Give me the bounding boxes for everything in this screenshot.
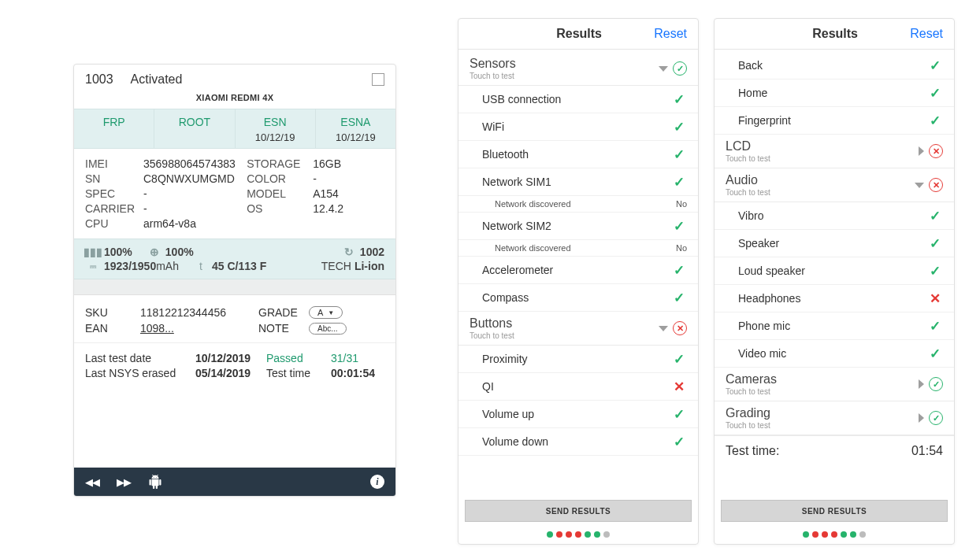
section-header[interactable]: CamerasTouch to test ✓ xyxy=(715,368,954,401)
test-item[interactable]: QI✕ xyxy=(458,373,698,401)
check-icon: ✓ xyxy=(671,351,687,367)
esn-cell[interactable]: ESN10/12/19 xyxy=(236,109,316,148)
test-item[interactable]: Fingerprint✓ xyxy=(715,107,954,135)
cpu-value: arm64-v8a xyxy=(143,217,247,230)
cross-icon: ✕ xyxy=(671,379,687,394)
page-dot[interactable] xyxy=(575,531,581,538)
page-dots xyxy=(458,531,698,538)
section-header[interactable]: LCDTouch to test ✕ xyxy=(715,135,954,168)
results-panel-2: Results Reset Back✓Home✓Fingerprint✓ LCD… xyxy=(714,18,955,545)
page-dot[interactable] xyxy=(831,531,837,538)
battery-temp: 45 C/113 F xyxy=(212,260,266,272)
info-button[interactable]: i xyxy=(370,475,384,489)
testtime-value: 00:01:54 xyxy=(331,367,375,379)
page-dot[interactable] xyxy=(841,531,847,538)
results-list[interactable]: SensorsTouch to test ✓ USB connection✓Wi… xyxy=(458,52,698,495)
testtime-label: Test time xyxy=(266,367,331,379)
section-header[interactable]: AudioTouch to test ✕ xyxy=(715,168,954,202)
test-item[interactable]: Network SIM2✓ xyxy=(458,213,698,240)
page-dot[interactable] xyxy=(850,531,856,538)
battery-icon: ▮▮▮ xyxy=(85,246,101,258)
page-dots xyxy=(715,531,954,538)
android-button[interactable] xyxy=(148,475,162,489)
storage-value: 16GB xyxy=(313,157,341,170)
ean-value[interactable]: 1098... xyxy=(140,322,258,335)
test-item[interactable]: Speaker✓ xyxy=(715,230,954,257)
grade-select[interactable]: A▼ xyxy=(309,306,343,319)
footer-bar: ◀◀ ▶▶ i xyxy=(74,468,395,496)
note-label: NOTE xyxy=(258,322,309,335)
last-test-label: Last test date xyxy=(85,352,195,364)
chevron-down-icon xyxy=(659,326,668,331)
reset-button[interactable]: Reset xyxy=(910,27,943,41)
page-dot[interactable] xyxy=(859,531,866,538)
chevron-down-icon xyxy=(659,66,668,72)
test-item[interactable]: WiFi✓ xyxy=(458,113,698,141)
page-dot[interactable] xyxy=(812,531,819,538)
test-item[interactable]: Headphones✕ xyxy=(715,285,954,312)
test-subitem: Network discoveredNo xyxy=(458,240,698,257)
status-ok-icon: ✓ xyxy=(673,61,687,76)
rewind-button[interactable]: ◀◀ xyxy=(85,476,99,488)
page-dot[interactable] xyxy=(803,531,809,538)
test-item[interactable]: Volume down✓ xyxy=(458,428,698,456)
page-dot[interactable] xyxy=(556,531,562,538)
send-results-button[interactable]: SEND RESULTS xyxy=(465,500,692,522)
check-icon: ✓ xyxy=(671,91,687,107)
battery-cycles: 1002 xyxy=(360,246,384,258)
frp-cell[interactable]: FRP xyxy=(74,109,154,148)
status-ok-icon: ✓ xyxy=(929,377,943,391)
page-dot[interactable] xyxy=(603,531,610,538)
esna-cell[interactable]: ESNA10/12/19 xyxy=(316,109,395,148)
test-item[interactable]: Volume up✓ xyxy=(458,401,698,428)
sku-block: SKU 11812212344456 GRADE A▼ EAN 1098... … xyxy=(74,295,395,342)
root-cell[interactable]: ROOT xyxy=(154,109,235,148)
device-info: IMEI356988064574383 SNC8QNWXUMGMD SPEC- … xyxy=(74,149,395,239)
test-item[interactable]: Phone mic✓ xyxy=(715,312,954,340)
android-icon xyxy=(148,475,162,489)
chevron-down-icon xyxy=(915,183,924,188)
page-dot[interactable] xyxy=(585,531,591,538)
device-model: XIAOMI REDMI 4X xyxy=(74,90,395,109)
test-item[interactable]: Video mic✓ xyxy=(715,340,954,368)
test-item[interactable]: USB connection✓ xyxy=(458,86,698,113)
test-item[interactable]: Back✓ xyxy=(715,52,954,80)
test-item[interactable]: Vibro✓ xyxy=(715,202,954,230)
grade-label: GRADE xyxy=(258,306,309,319)
check-icon: ✓ xyxy=(927,263,943,279)
page-dot[interactable] xyxy=(566,531,572,538)
section-header[interactable]: GradingTouch to test ✓ xyxy=(715,401,954,435)
page-dot[interactable] xyxy=(822,531,828,538)
check-icon: ✓ xyxy=(671,174,687,190)
test-item[interactable]: Compass✓ xyxy=(458,284,698,312)
test-item[interactable]: Proximity✓ xyxy=(458,346,698,373)
reset-button[interactable]: Reset xyxy=(654,27,687,41)
page-dot[interactable] xyxy=(594,531,600,538)
test-item[interactable]: Loud speaker✓ xyxy=(715,257,954,285)
section-header[interactable]: SensorsTouch to test ✓ xyxy=(458,52,698,86)
check-icon: ✓ xyxy=(927,346,943,361)
forward-button[interactable]: ▶▶ xyxy=(117,476,131,488)
erased-label: Last NSYS erased xyxy=(85,367,195,379)
results-list[interactable]: Back✓Home✓Fingerprint✓ LCDTouch to test … xyxy=(715,52,954,495)
status-row: FRP ROOT ESN10/12/19 ESNA10/12/19 xyxy=(74,109,395,149)
chevron-right-icon xyxy=(919,379,924,389)
battery-block: ▮▮▮100% ⊕100% ↻1002 ⎓1923/1950mAh t45 C/… xyxy=(74,239,395,279)
check-icon: ✓ xyxy=(671,434,687,449)
modelcode-label: MODEL xyxy=(247,187,313,200)
carrier-value: - xyxy=(143,202,247,215)
note-input[interactable]: Abc... xyxy=(309,323,347,335)
page-dot[interactable] xyxy=(547,531,553,538)
test-item[interactable]: Home✓ xyxy=(715,80,954,107)
select-checkbox[interactable] xyxy=(372,73,384,86)
test-item[interactable]: Bluetooth✓ xyxy=(458,141,698,168)
results-header: Results Reset xyxy=(458,19,698,50)
test-item[interactable]: Network SIM1✓ xyxy=(458,168,698,196)
test-item[interactable]: Accelerometer✓ xyxy=(458,257,698,284)
section-header[interactable]: ButtonsTouch to test ✕ xyxy=(458,312,698,346)
check-icon: ✓ xyxy=(927,113,943,128)
last-test-date: 10/12/2019 xyxy=(195,352,266,364)
check-icon: ✓ xyxy=(927,85,943,101)
send-results-button[interactable]: SEND RESULTS xyxy=(721,500,948,522)
status-fail-icon: ✕ xyxy=(673,321,687,335)
